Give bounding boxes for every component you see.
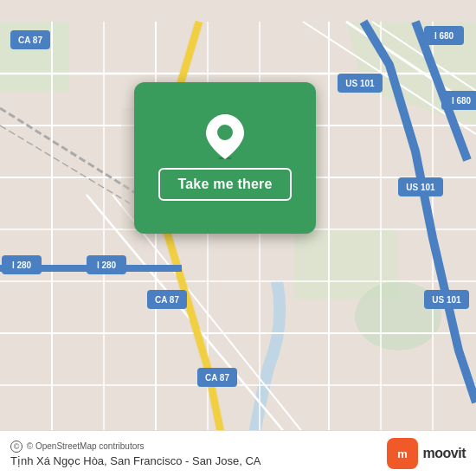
svg-text:I 680: I 680 xyxy=(452,96,472,106)
svg-text:I 280: I 280 xyxy=(12,261,32,270)
svg-point-51 xyxy=(217,125,233,140)
moovit-text: moovit xyxy=(423,446,466,461)
map-background: CA 87 CA 87 CA 87 US 101 US 101 US 101 I… xyxy=(0,0,476,476)
moovit-icon: m xyxy=(387,438,418,469)
svg-text:US 101: US 101 xyxy=(345,79,375,88)
svg-text:CA 87: CA 87 xyxy=(18,35,42,45)
location-name: Tịnh Xá Ngọc Hòa, San Francisco - San Jo… xyxy=(10,454,261,467)
location-pin-icon xyxy=(204,116,246,158)
svg-text:m: m xyxy=(397,447,408,460)
action-card: Take me there xyxy=(134,82,316,234)
moovit-logo: m moovit xyxy=(387,438,466,469)
map-container: CA 87 CA 87 CA 87 US 101 US 101 US 101 I… xyxy=(0,0,476,476)
copyright-circle: © xyxy=(10,441,23,453)
svg-text:CA 87: CA 87 xyxy=(155,295,179,305)
bottom-bar: © © OpenStreetMap contributors Tịnh Xá N… xyxy=(0,430,476,476)
svg-text:I 280: I 280 xyxy=(97,261,117,270)
svg-text:I 680: I 680 xyxy=(434,31,454,41)
svg-text:US 101: US 101 xyxy=(432,295,461,305)
svg-text:US 101: US 101 xyxy=(406,183,435,192)
attribution-text: © OpenStreetMap contributors xyxy=(27,441,145,451)
svg-text:CA 87: CA 87 xyxy=(205,373,229,383)
bottom-left-info: © © OpenStreetMap contributors Tịnh Xá N… xyxy=(10,441,261,467)
map-attribution: © © OpenStreetMap contributors xyxy=(10,441,261,453)
take-me-there-button[interactable]: Take me there xyxy=(158,168,291,201)
